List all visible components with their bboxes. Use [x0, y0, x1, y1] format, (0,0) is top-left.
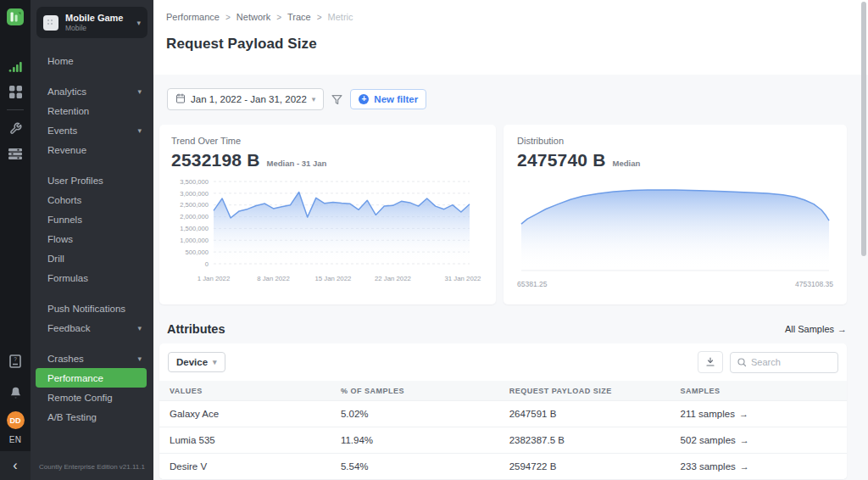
- sidebar-item-drill[interactable]: Drill: [31, 248, 153, 268]
- trend-median-caption: Median - 31 Jan: [267, 159, 327, 168]
- sidebar-item-revenue[interactable]: Revenue: [31, 140, 153, 159]
- sidebar-item-crashes[interactable]: Crashes▾: [31, 349, 153, 368]
- sidebar-item-cohorts[interactable]: Cohorts: [31, 190, 153, 209]
- svg-text:500,000: 500,000: [186, 248, 209, 256]
- sidebar-item-events[interactable]: Events▾: [31, 120, 153, 140]
- samples-label: 233 samples: [681, 461, 736, 472]
- distribution-max-label: 4753108.35: [795, 280, 833, 288]
- date-range-label: Jan 1, 2022 - Jan 31, 2022: [191, 94, 307, 104]
- svg-text:8 Jan 2022: 8 Jan 2022: [257, 275, 290, 282]
- cell-value: Galaxy Ace: [170, 409, 341, 419]
- arrow-right-icon: →: [740, 461, 749, 472]
- countly-logo-icon[interactable]: [6, 8, 25, 30]
- distribution-min-label: 65381.25: [517, 280, 547, 288]
- samples-link[interactable]: 502 samples→: [681, 435, 843, 445]
- sidebar-item-analytics[interactable]: Analytics▾: [31, 81, 153, 101]
- sidebar-item-label: Formulas: [47, 273, 88, 283]
- icon-rail: ? DD EN ‹: [0, 0, 31, 480]
- svg-text:2,500,000: 2,500,000: [180, 201, 209, 209]
- svg-text:31 Jan 2022: 31 Jan 2022: [445, 275, 481, 282]
- segment-dropdown[interactable]: Device ▾: [168, 352, 225, 372]
- caret-down-icon: ▾: [137, 87, 142, 96]
- svg-text:0: 0: [205, 260, 209, 268]
- search-box: [730, 352, 838, 373]
- distribution-card: Distribution 2475740 B Median 65381.25 4…: [504, 125, 847, 304]
- trend-chart[interactable]: 0500,0001,000,0001,500,0002,000,0002,500…: [171, 176, 484, 289]
- column-header-values[interactable]: VALUES: [170, 387, 341, 395]
- breadcrumb-network[interactable]: Network: [236, 12, 270, 22]
- content-area: Jan 1, 2022 - Jan 31, 2022 ▾ + New filte…: [153, 75, 868, 479]
- table-row[interactable]: Desire V 5.54% 2594722 B 233 samples→: [159, 453, 847, 479]
- svg-text:1,000,000: 1,000,000: [180, 237, 209, 244]
- cell-payload: 2594722 B: [509, 461, 681, 472]
- download-icon: [705, 357, 715, 367]
- sidebar-item-feedback[interactable]: Feedback▾: [31, 318, 153, 338]
- scrollbar[interactable]: [861, 2, 866, 256]
- breadcrumb-trace[interactable]: Trace: [287, 12, 311, 22]
- svg-text:1 Jan 2022: 1 Jan 2022: [198, 275, 231, 282]
- new-filter-label: New filter: [374, 94, 418, 104]
- sidebar-item-label: Drill: [47, 254, 64, 264]
- collapse-sidebar-button[interactable]: ‹: [0, 451, 31, 480]
- server-icon[interactable]: [0, 141, 31, 166]
- table-row[interactable]: Lumia 535 11.94% 2382387.5 B 502 samples…: [159, 427, 847, 453]
- samples-link[interactable]: 233 samples→: [681, 461, 843, 472]
- attributes-card: Device ▾ VALUES % OF SAMPLES: [159, 343, 847, 479]
- download-button[interactable]: [698, 351, 723, 373]
- bell-icon[interactable]: [0, 380, 31, 405]
- column-header-pct-samples[interactable]: % OF SAMPLES: [341, 387, 509, 395]
- table-row[interactable]: Galaxy Ace 5.02% 2647591 B 211 samples→: [159, 400, 847, 427]
- date-range-picker[interactable]: Jan 1, 2022 - Jan 31, 2022 ▾: [167, 88, 324, 110]
- search-icon: [737, 357, 747, 367]
- wrench-icon[interactable]: [0, 115, 31, 141]
- breadcrumb: Performance > Network > Trace > Metric: [166, 12, 847, 22]
- filter-funnel-icon[interactable]: [331, 94, 342, 105]
- analytics-bars-icon[interactable]: [0, 53, 31, 79]
- sidebar-item-label: Home: [47, 56, 74, 66]
- svg-text:2,000,000: 2,000,000: [180, 213, 209, 220]
- table-header-row: VALUES % OF SAMPLES REQUEST PAYLOAD SIZE…: [159, 381, 847, 400]
- sidebar-item-home[interactable]: Home: [31, 51, 153, 70]
- sidebar-item-formulas[interactable]: Formulas: [31, 268, 153, 287]
- caret-down-icon: ▾: [137, 354, 142, 363]
- samples-label: 502 samples: [681, 435, 736, 445]
- breadcrumb-separator: >: [317, 13, 322, 22]
- caret-down-icon: ▾: [137, 126, 142, 135]
- breadcrumb-separator: >: [225, 13, 231, 22]
- all-samples-link[interactable]: All Samples →: [785, 324, 847, 334]
- cell-payload: 2382387.5 B: [509, 435, 681, 445]
- plus-icon: +: [359, 94, 369, 104]
- apps-grid-icon[interactable]: [0, 79, 31, 104]
- all-samples-label: All Samples: [785, 324, 834, 334]
- sidebar-item-label: User Profiles: [47, 176, 103, 186]
- breadcrumb-performance[interactable]: Performance: [166, 12, 220, 22]
- sidebar-item-user-profiles[interactable]: User Profiles: [31, 170, 153, 190]
- svg-text:3,500,000: 3,500,000: [180, 178, 209, 186]
- sidebar-item-remote-config[interactable]: Remote Config: [31, 388, 153, 407]
- avatar[interactable]: DD: [7, 411, 25, 429]
- sidebar-item-flows[interactable]: Flows: [31, 229, 153, 248]
- caret-down-icon: ▾: [137, 324, 142, 332]
- sidebar-item-label: A/B Testing: [47, 412, 97, 422]
- sidebar-item-retention[interactable]: Retention: [31, 101, 153, 120]
- distribution-chart[interactable]: [517, 182, 833, 277]
- sidebar-item-funnels[interactable]: Funnels: [31, 209, 153, 229]
- new-filter-button[interactable]: + New filter: [350, 89, 426, 109]
- segment-dropdown-label: Device: [176, 357, 208, 367]
- cell-pct: 11.94%: [341, 435, 509, 445]
- attributes-header: Attributes All Samples →: [167, 322, 847, 336]
- cell-value: Desire V: [170, 461, 341, 472]
- sidebar-item-label: Funnels: [47, 215, 82, 225]
- sidebar-item-push-notifications[interactable]: Push Notifications: [31, 299, 153, 318]
- sidebar-item-performance[interactable]: Performance: [36, 368, 147, 388]
- column-header-samples[interactable]: SAMPLES: [681, 387, 843, 395]
- chevron-left-icon: ‹: [13, 459, 17, 472]
- caret-down-icon: ▾: [136, 19, 141, 27]
- column-header-payload-size[interactable]: REQUEST PAYLOAD SIZE: [509, 387, 681, 395]
- app-selector[interactable]: Mobile Game Mobile ▾: [36, 7, 147, 38]
- sidebar-item-ab-testing[interactable]: A/B Testing: [31, 407, 153, 427]
- arrow-right-icon: →: [837, 324, 847, 334]
- survey-icon[interactable]: ?: [0, 349, 31, 374]
- language-selector[interactable]: EN: [9, 435, 22, 444]
- samples-link[interactable]: 211 samples→: [681, 409, 843, 419]
